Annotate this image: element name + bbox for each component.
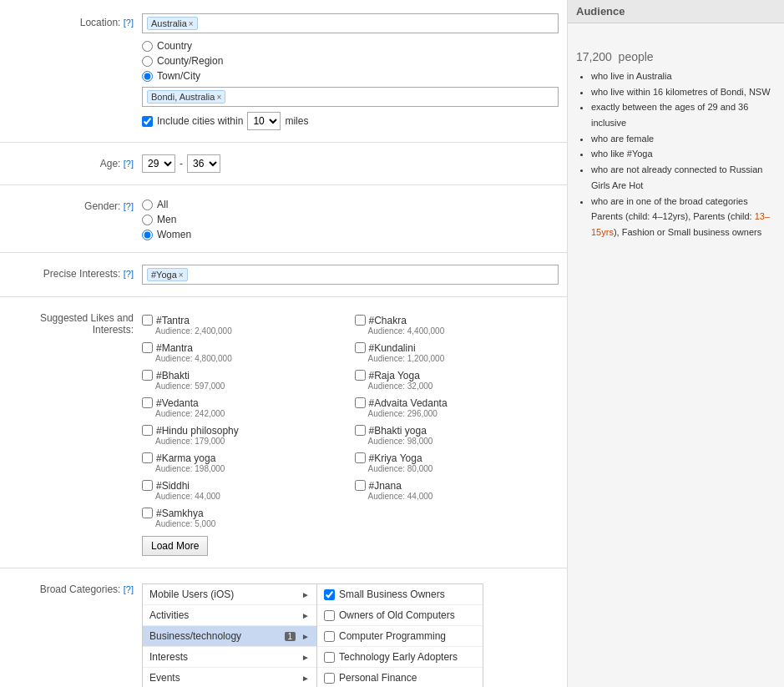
suggested-content: #Tantra Audience: 2,400,000 #Chakra Audi… [142,309,559,556]
interest-label[interactable]: #Samkhya [142,508,346,519]
town-tag-close[interactable]: × [216,93,221,102]
interest-checkbox[interactable] [142,397,153,408]
gender-row: Gender: [?] All Men Women [0,192,567,245]
precise-label: Precise Interests: [?] [8,265,142,280]
interest-name: #Hindu philosophy [156,425,239,437]
age-from-select[interactable]: 29 [142,154,175,173]
cat-sub-item: Small Business Owners [317,584,483,605]
interest-item: #Mantra Audience: 4,800,000 [142,340,346,366]
age-inputs: 29 - 36 [142,154,559,173]
miles-input[interactable]: 10 [247,112,281,130]
gender-all[interactable]: All [142,199,559,210]
precise-content: #Yoga × [142,265,559,285]
interest-label[interactable]: #Tantra [142,315,346,326]
sub-cat-checkbox[interactable] [324,589,335,600]
cat-list-item[interactable]: Activities► [143,605,316,626]
cat-list-item[interactable]: Events► [143,668,316,687]
location-tag-close[interactable]: × [189,19,194,28]
radio-county[interactable]: County/Region [142,55,559,67]
interest-item: #Advaita Vedanta Audience: 296,000 [355,395,559,421]
cat-name: Mobile Users (iOS) [149,588,234,600]
include-cities-checkbox[interactable] [142,116,153,127]
interest-audience: Audience: 44,000 [355,492,559,501]
interest-name: #Vedanta [156,397,199,409]
cat-sub-item: Personal Finance [317,668,483,687]
gender-women[interactable]: Women [142,229,559,240]
radio-town[interactable]: Town/City [142,70,559,82]
interest-label[interactable]: #Mantra [142,342,346,354]
cat-arrow-icon: ► [301,611,310,620]
interest-label[interactable]: #Bhakti yoga [355,425,559,437]
interest-checkbox[interactable] [355,480,366,491]
interest-label[interactable]: #Bhakti [142,370,346,381]
interest-checkbox[interactable] [142,480,153,491]
miles-unit: miles [285,115,308,127]
interest-label[interactable]: #Hindu philosophy [142,425,346,437]
sub-cat-checkbox[interactable] [324,652,335,663]
interest-checkbox[interactable] [142,315,153,326]
interest-checkbox[interactable] [142,425,153,436]
sub-cat-label[interactable]: Owners of Old Computers [339,609,455,621]
sub-cat-label[interactable]: Technology Early Adopters [339,651,458,663]
interest-label[interactable]: #Raja Yoga [355,370,559,381]
audience-criterion: who are in one of the broad categories P… [591,194,776,240]
interest-item: #Samkhya Audience: 5,000 [142,505,346,531]
precise-interests-row: Precise Interests: [?] #Yoga × [0,260,567,290]
load-more-button[interactable]: Load More [142,536,208,556]
interest-audience: Audience: 198,000 [142,464,346,473]
interest-audience: Audience: 98,000 [355,437,559,446]
precise-tag-close[interactable]: × [179,270,184,280]
sub-cat-checkbox[interactable] [324,610,335,621]
interest-checkbox[interactable] [355,397,366,408]
interest-name: #Siddhi [156,480,190,492]
suggested-row: Suggested Likes and Interests: #Tantra A… [0,304,567,561]
location-input[interactable]: Australia × [142,13,559,33]
cat-arrow-icon: ► [301,653,310,662]
interest-checkbox[interactable] [142,342,153,353]
gender-label: Gender: [?] [8,197,142,212]
town-input[interactable]: Bondi, Australia × [142,87,559,107]
cat-name: Events [149,672,180,684]
sub-cat-label[interactable]: Personal Finance [339,672,417,684]
interest-item: #Tantra Audience: 2,400,000 [142,312,346,338]
broad-content: Mobile Users (iOS)►Activities►Business/t… [142,580,559,687]
interest-label[interactable]: #Karma yoga [142,452,346,464]
cat-list-item[interactable]: Business/technology1► [143,626,316,647]
interest-item: #Kriya Yoga Audience: 80,000 [355,450,559,476]
interest-label[interactable]: #Kriya Yoga [355,452,559,464]
interest-checkbox[interactable] [355,370,366,381]
interest-item: #Bhakti yoga Audience: 98,000 [355,422,559,448]
sub-cat-checkbox[interactable] [324,673,335,684]
interest-label[interactable]: #Vedanta [142,397,346,409]
interest-checkbox[interactable] [142,452,153,463]
precise-input[interactable]: #Yoga × [142,265,559,285]
sub-cat-label[interactable]: Small Business Owners [339,588,445,600]
interest-item: #Siddhi Audience: 44,000 [142,477,346,503]
age-to-select[interactable]: 36 [187,154,220,173]
interest-checkbox[interactable] [142,508,153,518]
interest-label[interactable]: #Siddhi [142,480,346,492]
interest-label[interactable]: #Chakra [355,315,559,326]
sub-cat-checkbox[interactable] [324,631,335,642]
interest-label[interactable]: #Kundalini [355,342,559,354]
cat-arrow-icon: ► [301,674,310,683]
audience-sidebar: Audience 17,200 people who live in Austr… [567,0,784,687]
cat-list-item[interactable]: Interests► [143,647,316,668]
interest-label[interactable]: #Advaita Vedanta [355,397,559,409]
audience-title: Audience [568,0,784,23]
gender-men[interactable]: Men [142,214,559,225]
interest-checkbox[interactable] [355,342,366,353]
interest-checkbox[interactable] [355,315,366,326]
interest-name: #Tantra [156,315,190,326]
interest-label[interactable]: #Jnana [355,480,559,492]
town-tag: Bondi, Australia × [147,90,225,104]
interest-checkbox[interactable] [355,425,366,436]
sub-cat-label[interactable]: Computer Programming [339,630,446,642]
interest-audience: Audience: 179,000 [142,437,346,446]
interest-checkbox[interactable] [355,452,366,463]
suggested-label: Suggested Likes and Interests: [8,309,142,336]
radio-country[interactable]: Country [142,40,559,52]
age-label: Age: [?] [8,154,142,169]
interest-checkbox[interactable] [142,370,153,381]
cat-list-item[interactable]: Mobile Users (iOS)► [143,584,316,605]
